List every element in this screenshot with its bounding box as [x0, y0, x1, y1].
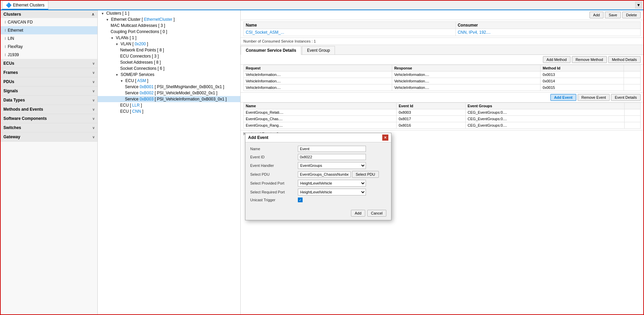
tree-service-b003[interactable]: Service 0xB003 [ PSI_VehicleInformation_… [98, 96, 240, 102]
event-row[interactable]: EventGroups_Chas.... 0x8017 CEG_EventGro… [244, 116, 641, 122]
tree-mac-label: MAC Multicast Addresses [ 3 ] [111, 23, 165, 28]
tree-mac[interactable]: MAC Multicast Addresses [ 3 ] [98, 22, 240, 29]
tab-event-group[interactable]: Event Group [302, 46, 335, 54]
remove-method-button[interactable]: Remove Method [572, 56, 607, 63]
modal-name-label: Name [250, 147, 298, 151]
service-b002-link[interactable]: 0xB002 [140, 91, 154, 95]
modal-select-pdu-label: Select PDU [250, 172, 298, 176]
method-row[interactable]: VehicleInformation.... VehicleInformatio… [244, 72, 641, 78]
sidebar-item-can[interactable]: I CAN/CAN FD [1, 18, 97, 26]
chevron-icon: ∨ [92, 117, 95, 121]
sidebar-data-types-header[interactable]: Data Types ∨ [1, 96, 97, 105]
remove-event-button[interactable]: Remove Event [578, 94, 610, 101]
tree-socket-addresses[interactable]: Socket Addresses [ 8 ] [98, 59, 240, 65]
vlan-link[interactable]: 0x200 [135, 42, 146, 46]
method-row[interactable]: VehicleInformation.... VehicleInformatio… [244, 84, 641, 91]
tree-socket-connections[interactable]: Socket Connections [ 6 ] [98, 65, 240, 72]
event-row[interactable]: EventGroups_Rang.... 0x8016 CEG_EventGro… [244, 122, 641, 129]
event-id: 0x8003 [397, 109, 466, 116]
tree-ecu-llr[interactable]: ECU [ LLR ] [98, 102, 240, 108]
add-method-button[interactable]: Add Method [543, 56, 570, 63]
tree-service-b001[interactable]: Service 0xB001 [ PSI_ShellMsgHandler_0xB… [98, 84, 240, 90]
expand-icon: ▼ [106, 18, 109, 21]
sidebar-pdus-label: PDUs [3, 79, 14, 84]
sidebar-frames-header[interactable]: Frames ∨ [1, 68, 97, 77]
chevron-icon: ∨ [92, 98, 95, 102]
ethernet-cluster-link[interactable]: EthernetCluster [144, 17, 172, 22]
sidebar-item-ethernet[interactable]: I Ethernet [1, 26, 97, 34]
tree-ecu-connectors[interactable]: ECU Connectors [ 3 ] [98, 53, 240, 59]
method-table: Request Response Method Id VehicleInform… [243, 65, 641, 91]
sidebar-item-flexray[interactable]: I FlexRay [1, 43, 97, 51]
tree-ethernet-cluster[interactable]: ▼ Ethernet Cluster [ EthernetCluster ] [98, 16, 240, 22]
tree-ecu-llr-label: ECU [ LLR ] [120, 103, 142, 108]
sidebar-gateway-label: Gateway [3, 135, 20, 139]
method-extra [624, 78, 640, 84]
modal-provided-port-select[interactable]: HeightLevelVehicle [298, 180, 366, 187]
tree-coupling[interactable]: Coupling Port Connections [ 0 ] [98, 29, 240, 35]
sidebar-methods-events-header[interactable]: Methods and Events ∨ [1, 105, 97, 114]
bullet-icon: I [5, 37, 6, 41]
event-extra [624, 109, 640, 116]
col-extra [624, 65, 640, 72]
tree-ecu-asm[interactable]: ▼ ECU [ ASM ] [98, 78, 240, 84]
method-row[interactable]: VehicleInformation.... VehicleInformatio… [244, 78, 641, 84]
tree-network-end-points[interactable]: Network End Points [ 8 ] [98, 47, 240, 53]
modal-event-id-input[interactable] [298, 154, 366, 160]
method-response: VehicleInformation.... [392, 78, 541, 84]
consumer-table: Name Consumer CSI_Socket_ASM_... CNN, IP… [243, 21, 641, 36]
service-b003-link[interactable]: 0xB003 [140, 97, 154, 101]
method-request: VehicleInformation.... [244, 84, 392, 91]
ethernet-clusters-tab[interactable]: 🔷 Ethernet Clusters [2, 1, 48, 10]
tree-someip[interactable]: ▼ SOME/IP Services [98, 72, 240, 78]
sidebar-switches-header[interactable]: Switches ∨ [1, 123, 97, 132]
tab-consumer-service-details[interactable]: Consumer Service Details [241, 46, 301, 55]
modal-add-button[interactable]: Add [351, 210, 365, 217]
modal-name-input[interactable] [298, 146, 366, 152]
sidebar-pdus-header[interactable]: PDUs ∨ [1, 77, 97, 86]
sidebar-software-components-header[interactable]: Software Components ∨ [1, 114, 97, 123]
modal-title-bar: Add Event × [245, 133, 391, 142]
consumer-row[interactable]: CSI_Socket_ASM_... CNN, IPv4, 192.... [244, 29, 641, 36]
tree-socket-addresses-label: Socket Addresses [ 8 ] [120, 60, 161, 65]
sidebar-item-label: Ethernet [8, 28, 23, 33]
tree-ecu-cnn-label: ECU [ CNN ] [120, 109, 143, 114]
sidebar-gateway-header[interactable]: Gateway ∨ [1, 132, 97, 141]
asm-link[interactable]: ASM [137, 78, 146, 83]
modal-required-port-select[interactable]: HeightLevelVehicle [298, 189, 366, 195]
tree-ecu-cnn[interactable]: ECU [ CNN ] [98, 108, 240, 114]
unicast-trigger-checkbox[interactable]: ✓ [298, 198, 303, 202]
save-button[interactable]: Save [605, 12, 621, 18]
tree-ethernet-cluster-label: Ethernet Cluster [ EthernetCluster ] [111, 17, 175, 22]
modal-cancel-button[interactable]: Cancel [367, 210, 386, 217]
col-response: Response [392, 65, 541, 72]
tree-vlan[interactable]: ▼ VLAN [ 0x200 ] [98, 41, 240, 47]
chevron-icon: ∨ [92, 89, 95, 93]
consumer-table-wrapper: Name Consumer CSI_Socket_ASM_... CNN, IP… [241, 20, 643, 38]
event-row[interactable]: EventGroups_Relati.... 0x8003 CEG_EventG… [244, 109, 641, 116]
cnn-link[interactable]: CNN [132, 109, 141, 114]
modal-event-handler-select[interactable]: EventGroups [298, 162, 366, 169]
llr-link[interactable]: LLR [132, 103, 140, 108]
sidebar-item-lin[interactable]: I LIN [1, 34, 97, 43]
sidebar-item-j1939[interactable]: I J1939 [1, 51, 97, 59]
sidebar-signals-header[interactable]: Signals ∨ [1, 86, 97, 95]
modal-pdu-input[interactable] [298, 171, 351, 177]
tree-service-b002[interactable]: Service 0xB002 [ PSI_VehicleModel_0xB002… [98, 90, 240, 96]
tab-dropdown[interactable]: ▼ [635, 2, 642, 9]
tree-socket-connections-label: Socket Connections [ 6 ] [120, 66, 164, 71]
select-pdu-button[interactable]: Select PDU [352, 171, 379, 178]
modal-body: Name Event ID Event Handler EventGroups … [245, 142, 391, 208]
tree-vlans[interactable]: ▼ VLANs [ 1 ] [98, 35, 240, 41]
sidebar-ecus-header[interactable]: ECUs ∨ [1, 59, 97, 68]
sidebar-top: Clusters ∧ [1, 10, 97, 18]
add-button[interactable]: Add [590, 12, 604, 18]
service-b001-link[interactable]: 0xB001 [140, 84, 154, 89]
event-details-button[interactable]: Event Details [611, 94, 641, 101]
add-event-button[interactable]: Add Event [550, 94, 576, 101]
tree-root[interactable]: ▼ Clusters [ 1 ] [98, 10, 240, 16]
collapse-icon[interactable]: ∧ [92, 12, 95, 17]
modal-close-button[interactable]: × [382, 135, 388, 141]
method-details-button[interactable]: Method Details [608, 56, 641, 63]
delete-button[interactable]: Delete [622, 12, 641, 18]
